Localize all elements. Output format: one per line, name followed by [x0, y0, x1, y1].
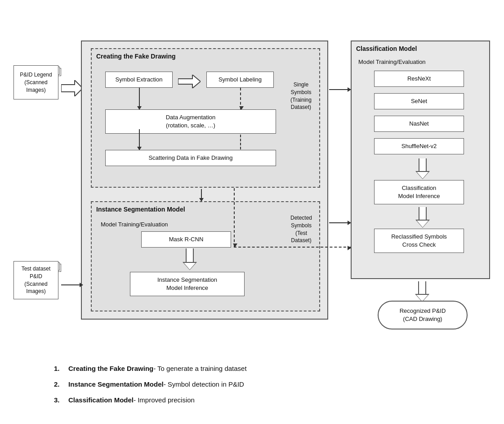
svg-marker-0 — [61, 80, 83, 96]
summary-item-1: Creating the Fake Drawing - To generate … — [54, 365, 459, 372]
extraction-to-aug-arrow — [139, 88, 140, 109]
summary: Creating the Fake Drawing - To generate … — [54, 365, 459, 412]
summary-item-3-bold: Classification Model — [68, 396, 134, 404]
summary-item-2: Instance Segmentation Model - Symbol det… — [54, 380, 459, 388]
test-dataset-line2: P&ID — [30, 273, 42, 280]
instance-seg-title: Instance Segmentation Model — [96, 206, 315, 213]
cross-check-box: Reclassified SymbolsCross Check — [374, 229, 464, 253]
summary-list: Creating the Fake Drawing - To generate … — [54, 365, 459, 404]
labeling-to-scatter-dashed — [240, 88, 241, 109]
summary-item-1-rest: - To generate a training dataset — [153, 365, 246, 372]
pid-legend-line2: (Scanned Images) — [24, 79, 47, 93]
test-dataset-line3: (Scanned Images) — [24, 281, 47, 295]
recognized-pid-box: Recognized P&ID(CAD Drawing) — [378, 301, 468, 329]
summary-item-3: Classification Model - Improved precisio… — [54, 396, 459, 404]
instance-hollow-arrow — [183, 248, 197, 270]
single-symbols-label: SingleSymbols(TrainingDataset) — [290, 81, 312, 111]
symbol-extraction-box: Symbol Extraction — [105, 72, 173, 88]
test-to-instance-arrow — [61, 284, 83, 285]
fake-to-instance-arrow — [201, 189, 202, 201]
mask-rcnn-box: Mask R-CNN — [141, 231, 231, 248]
pid-to-main-arrow — [61, 80, 83, 98]
summary-item-3-rest: - Improved precision — [134, 396, 195, 404]
nasnet-box: NasNet — [374, 116, 464, 132]
aug-to-scatter-arrow — [139, 129, 140, 150]
senet-box: SeNet — [374, 93, 464, 109]
symbol-labeling-box: Symbol Labeling — [206, 72, 274, 88]
classif-outer-box: Classification Model Model Training/Eval… — [351, 41, 490, 279]
fake-drawing-box: Creating the Fake Drawing Symbol Extract… — [91, 48, 320, 188]
scatter-dashed-v — [234, 188, 235, 247]
classif-hollow-arrow1 — [415, 158, 430, 179]
scatter-dashed-h — [234, 247, 351, 248]
instance-seg-box: Instance Segmentation Model Model Traini… — [91, 201, 320, 311]
summary-item-1-bold: Creating the Fake Drawing — [68, 365, 153, 372]
single-symbols-arrow — [329, 89, 351, 90]
detected-symbols-label: DetectedSymbols(TestDataset) — [290, 214, 312, 244]
classif-title: Classification Model — [356, 45, 485, 52]
classif-hollow-arrow2 — [415, 207, 430, 228]
instance-inference-box: Instance SegmentationModel Inference — [130, 272, 245, 296]
extraction-to-labeling-arrow — [178, 75, 201, 90]
classif-training-label: Model Training/Evaluation — [358, 59, 426, 65]
shufflenet-box: ShuffleNet-v2 — [374, 138, 464, 154]
svg-marker-1 — [178, 75, 201, 88]
summary-item-2-bold: Instance Segmentation Model — [68, 380, 164, 388]
test-dataset-line1: Test dataset — [22, 266, 51, 272]
classif-inference-box: ClassificationModel Inference — [374, 180, 464, 204]
data-aug-box: Data Augmentation(rotation, scale, …) — [105, 109, 276, 134]
scattering-box: Scattering Data in Fake Drawing — [105, 150, 276, 166]
diagram: P&ID Legend (Scanned Images) Creating th… — [9, 41, 495, 347]
instance-training-label: Model Training/Evaluation — [101, 221, 168, 228]
resnext-box: ResNeXt — [374, 71, 464, 87]
pid-legend-line1: P&ID Legend — [20, 72, 52, 78]
classif-to-recognized-arrow — [415, 281, 429, 302]
summary-item-2-rest: - Symbol detection in P&ID — [164, 380, 244, 388]
fake-drawing-title: Creating the Fake Drawing — [96, 53, 315, 60]
detected-symbols-arrow — [329, 222, 351, 223]
